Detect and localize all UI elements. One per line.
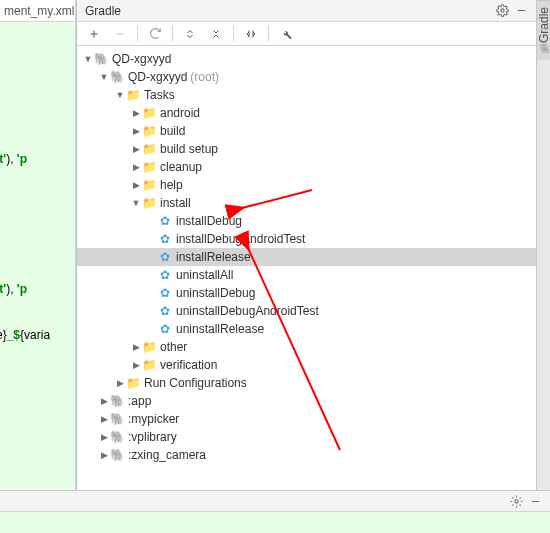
code-text: ),	[6, 282, 17, 296]
folder-icon: 📁	[141, 196, 157, 210]
gradle-icon: 🐘	[109, 70, 125, 84]
folder-icon: 📁	[141, 160, 157, 174]
tree-label: QD-xgxyyd	[128, 70, 187, 84]
tree-label: cleanup	[160, 160, 202, 174]
task-installDebug[interactable]: ▶✿ installDebug	[77, 212, 536, 230]
tree-label: android	[160, 106, 200, 120]
tree-module-app[interactable]: ▶🐘 :app	[77, 392, 536, 410]
tree-label: installRelease	[176, 250, 251, 264]
task-icon: ✿	[157, 286, 173, 300]
tree-module-zxing[interactable]: ▶🐘 :zxing_camera	[77, 446, 536, 464]
tree-root[interactable]: ▼🐘 QD-xgxyyd	[77, 50, 536, 68]
minimize-icon[interactable]	[529, 495, 542, 508]
gear-icon[interactable]	[496, 4, 509, 17]
tree-run-config[interactable]: ▶📁 Run Configurations	[77, 374, 536, 392]
toolbar	[77, 22, 536, 46]
tree-label: :zxing_camera	[128, 448, 206, 462]
tree-label: installDebugAndroidTest	[176, 232, 305, 246]
gradle-icon: 🐘	[109, 448, 125, 462]
refresh-icon[interactable]	[144, 24, 166, 44]
code-text: {varia	[20, 328, 50, 342]
tree-tasks[interactable]: ▼📁 Tasks	[77, 86, 536, 104]
folder-icon: 📁	[141, 340, 157, 354]
offline-icon[interactable]	[240, 24, 262, 44]
wrench-icon[interactable]	[275, 24, 297, 44]
minimize-icon[interactable]	[515, 4, 528, 17]
code-text: 'p	[17, 152, 27, 166]
bottom-panel-body	[0, 512, 550, 533]
remove-button[interactable]	[109, 24, 131, 44]
tree-module-vplibrary[interactable]: ▶🐘 :vplibrary	[77, 428, 536, 446]
add-button[interactable]	[83, 24, 105, 44]
task-uninstallDebugAndroidTest[interactable]: ▶✿ uninstallDebugAndroidTest	[77, 302, 536, 320]
svg-point-0	[501, 9, 504, 12]
tree-label: build setup	[160, 142, 218, 156]
gradle-icon: 🐘	[93, 52, 109, 66]
gradle-icon: 🐘	[109, 394, 125, 408]
tree-label: :app	[128, 394, 151, 408]
side-tab-bar: 🐘 Gradle	[536, 0, 550, 490]
task-icon: ✿	[157, 268, 173, 282]
separator	[233, 26, 234, 42]
tree-label: install	[160, 196, 191, 210]
code-text: _$	[7, 328, 20, 342]
separator	[268, 26, 269, 42]
task-icon: ✿	[157, 214, 173, 228]
tree-label: QD-xgxyyd	[112, 52, 171, 66]
folder-icon: 📁	[141, 358, 157, 372]
task-uninstallDebug[interactable]: ▶✿ uninstallDebug	[77, 284, 536, 302]
folder-icon: 📁	[141, 178, 157, 192]
tree-group-install[interactable]: ▼📁 install	[77, 194, 536, 212]
gradle-icon: 🐘	[109, 412, 125, 426]
tree-label: :vplibrary	[128, 430, 177, 444]
task-icon: ✿	[157, 250, 173, 264]
tree-root-module[interactable]: ▼🐘 QD-xgxyyd (root)	[77, 68, 536, 86]
task-uninstallAll[interactable]: ▶✿ uninstallAll	[77, 266, 536, 284]
editor-tab[interactable]: ment_my.xml ✕	[0, 0, 75, 22]
tree-group-verification[interactable]: ▶📁 verification	[77, 356, 536, 374]
task-installRelease[interactable]: ▶✿ installRelease	[77, 248, 536, 266]
task-uninstallRelease[interactable]: ▶✿ uninstallRelease	[77, 320, 536, 338]
folder-icon: 📁	[141, 142, 157, 156]
bottom-panel	[0, 490, 550, 533]
tree-group-build[interactable]: ▶📁 build	[77, 122, 536, 140]
tree-label: Tasks	[144, 88, 175, 102]
tree-label: uninstallDebug	[176, 286, 255, 300]
tree-label: Run Configurations	[144, 376, 247, 390]
separator	[137, 26, 138, 42]
code-text: 'p	[17, 282, 27, 296]
gear-icon[interactable]	[510, 495, 523, 508]
separator	[172, 26, 173, 42]
tree-group-buildsetup[interactable]: ▶📁 build setup	[77, 140, 536, 158]
collapse-all-icon[interactable]	[205, 24, 227, 44]
tree-label: uninstallAll	[176, 268, 233, 282]
tree-group-other[interactable]: ▶📁 other	[77, 338, 536, 356]
tree-suffix: (root)	[190, 70, 219, 84]
folder-icon: 📁	[141, 106, 157, 120]
tree-group-cleanup[interactable]: ▶📁 cleanup	[77, 158, 536, 176]
code-text: ),	[6, 152, 17, 166]
editor-tab-name: ment_my.xml	[4, 4, 74, 18]
tree-label: uninstallRelease	[176, 322, 264, 336]
tree-label: installDebug	[176, 214, 242, 228]
side-tab-gradle[interactable]: 🐘 Gradle	[537, 0, 550, 60]
gradle-panel: Gradle ▼🐘 QD-xgxyyd ▼🐘 QD-xgxyyd (root)	[76, 0, 536, 490]
tree-label: uninstallDebugAndroidTest	[176, 304, 319, 318]
tree-module-mypicker[interactable]: ▶🐘 :mypicker	[77, 410, 536, 428]
tree-label: verification	[160, 358, 217, 372]
editor-pane: ment_my.xml ✕ l.txt'), 'p l.txt'), 'p e}…	[0, 0, 76, 490]
tree-label: help	[160, 178, 183, 192]
bottom-panel-header	[0, 491, 550, 512]
tree[interactable]: ▼🐘 QD-xgxyyd ▼🐘 QD-xgxyyd (root) ▼📁 Task…	[77, 46, 536, 490]
expand-all-icon[interactable]	[179, 24, 201, 44]
editor-body[interactable]: l.txt'), 'p l.txt'), 'p e}_${varia	[0, 22, 75, 490]
folder-icon: 📁	[125, 88, 141, 102]
tree-label: other	[160, 340, 187, 354]
task-icon: ✿	[157, 232, 173, 246]
task-icon: ✿	[157, 304, 173, 318]
panel-header: Gradle	[77, 0, 536, 22]
task-installDebugAndroidTest[interactable]: ▶✿ installDebugAndroidTest	[77, 230, 536, 248]
tree-group-android[interactable]: ▶📁 android	[77, 104, 536, 122]
tree-group-help[interactable]: ▶📁 help	[77, 176, 536, 194]
panel-title: Gradle	[85, 4, 490, 18]
